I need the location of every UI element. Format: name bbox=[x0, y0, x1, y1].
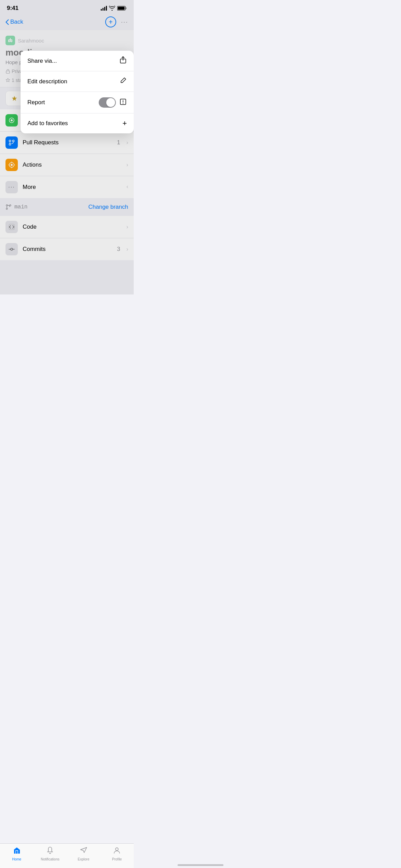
dropdown-report[interactable]: Report bbox=[21, 92, 134, 113]
dropdown-share[interactable]: Share via... bbox=[21, 51, 134, 71]
add-favorites-icon: + bbox=[122, 119, 127, 128]
edit-icon bbox=[119, 77, 127, 86]
dropdown-add-favorites[interactable]: Add to favorites + bbox=[21, 113, 134, 133]
edit-description-label: Edit description bbox=[27, 78, 119, 85]
bg-overlay bbox=[0, 0, 134, 294]
report-icon bbox=[119, 98, 127, 107]
share-label: Share via... bbox=[27, 58, 119, 64]
toggle-switch[interactable] bbox=[99, 97, 116, 108]
dropdown-edit-description[interactable]: Edit description bbox=[21, 71, 134, 92]
dropdown-menu: Share via... Edit description Report bbox=[21, 51, 134, 133]
share-icon bbox=[119, 56, 127, 65]
report-label: Report bbox=[27, 99, 99, 106]
report-toggle-area bbox=[99, 97, 127, 108]
add-favorites-label: Add to favorites bbox=[27, 120, 122, 127]
